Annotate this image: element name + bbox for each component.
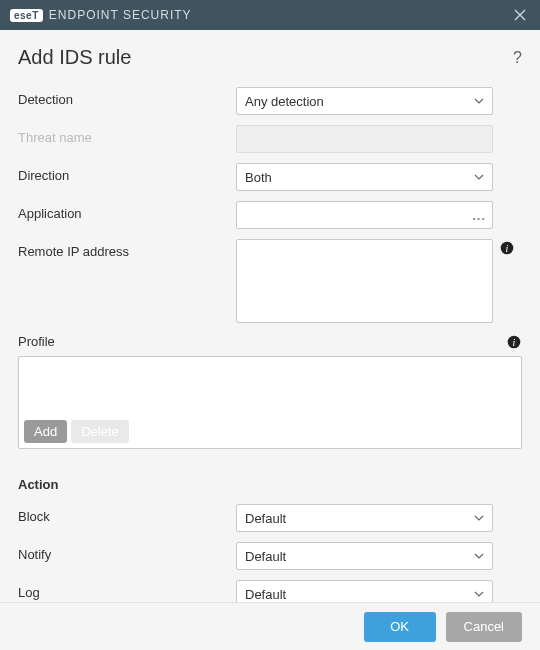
label-remote-ip: Remote IP address <box>18 239 236 259</box>
page-title: Add IDS rule <box>18 46 513 69</box>
close-button[interactable] <box>508 3 532 27</box>
chevron-down-icon <box>474 589 484 599</box>
browse-icon[interactable]: ... <box>472 208 486 223</box>
add-button[interactable]: Add <box>24 420 67 443</box>
section-action-title: Action <box>18 477 522 492</box>
remote-ip-textarea[interactable] <box>236 239 493 323</box>
detection-select[interactable]: Any detection <box>236 87 493 115</box>
svg-text:i: i <box>513 337 516 348</box>
label-log: Log <box>18 580 236 600</box>
brand: eseT ENDPOINT SECURITY <box>10 8 192 22</box>
block-select[interactable]: Default <box>236 504 493 532</box>
notify-value: Default <box>245 549 286 564</box>
profile-list[interactable] <box>19 357 521 415</box>
threat-name-input <box>236 125 493 153</box>
close-icon <box>514 9 526 21</box>
footer: OK Cancel <box>0 602 540 650</box>
chevron-down-icon <box>474 513 484 523</box>
profile-box: Add Delete <box>18 356 522 449</box>
application-input[interactable]: ... <box>236 201 493 229</box>
chevron-down-icon <box>474 551 484 561</box>
chevron-down-icon <box>474 96 484 106</box>
delete-button: Delete <box>71 420 129 443</box>
detection-value: Any detection <box>245 94 324 109</box>
block-value: Default <box>245 511 286 526</box>
cancel-button[interactable]: Cancel <box>446 612 522 642</box>
label-block: Block <box>18 504 236 524</box>
label-threat-name: Threat name <box>18 125 236 145</box>
info-icon[interactable]: i <box>506 334 522 350</box>
chevron-down-icon <box>474 172 484 182</box>
direction-select[interactable]: Both <box>236 163 493 191</box>
direction-value: Both <box>245 170 272 185</box>
notify-select[interactable]: Default <box>236 542 493 570</box>
label-detection: Detection <box>18 87 236 107</box>
label-direction: Direction <box>18 163 236 183</box>
titlebar: eseT ENDPOINT SECURITY <box>0 0 540 30</box>
brand-logo: eseT <box>10 9 43 22</box>
label-notify: Notify <box>18 542 236 562</box>
label-application: Application <box>18 201 236 221</box>
info-icon[interactable]: i <box>499 240 515 256</box>
brand-text: ENDPOINT SECURITY <box>49 8 192 22</box>
log-value: Default <box>245 587 286 602</box>
label-profile: Profile <box>18 334 506 349</box>
help-icon[interactable]: ? <box>513 49 522 67</box>
ok-button[interactable]: OK <box>364 612 436 642</box>
svg-text:i: i <box>506 243 509 254</box>
